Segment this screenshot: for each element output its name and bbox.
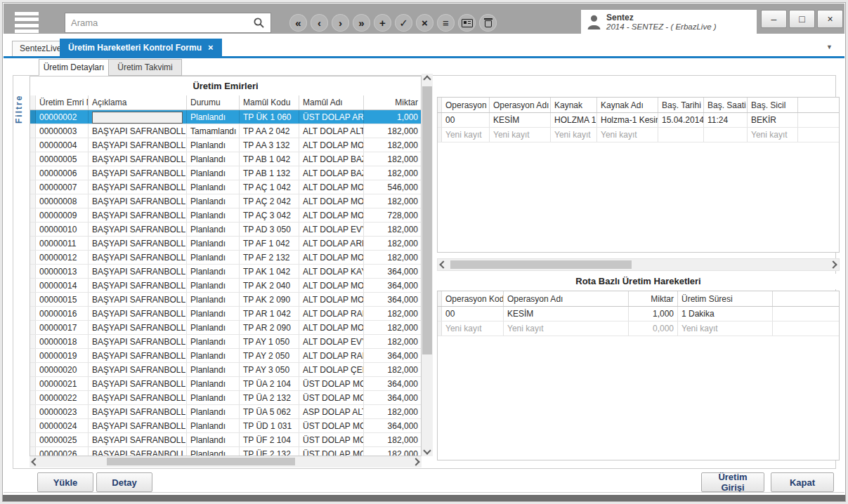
accept-button[interactable]: ✓ [395,14,412,32]
table-cell[interactable]: Planlandı [187,405,240,418]
table-cell[interactable]: ALT DOLAP MON [299,208,364,222]
table-cell[interactable]: ALT DOLAP KAYIT [299,265,364,278]
table-cell[interactable]: 1 Dakika [678,307,773,321]
table-cell[interactable]: 182,000 [364,124,422,138]
table-row[interactable]: 00KESİM1,0001 Dakika [438,307,839,321]
table-cell[interactable] [704,128,748,142]
table-cell[interactable]: ALT DOLAP MON [299,180,364,194]
table-cell[interactable]: 182,000 [364,321,422,334]
table-cell[interactable]: 15.04.2014 [658,113,704,127]
table-cell[interactable]: BAŞYAPI SAFRANBOLL [89,251,187,264]
table-row[interactable]: 00000017BAŞYAPI SAFRANBOLLPlanlandıTP AR… [30,321,421,335]
search-input[interactable] [65,18,253,28]
table-row[interactable]: 00000020BAŞYAPI SAFRANBOLLPlanlandıTP AY… [30,363,421,377]
table-cell[interactable]: BAŞYAPI SAFRANBOLL [89,237,187,250]
table-cell[interactable]: 728,000 [364,208,422,222]
search-icon[interactable] [253,17,265,29]
table-cell[interactable]: TP AY 1 050 [240,335,299,348]
table-row[interactable]: 00000007BAŞYAPI SAFRANBOLLPlanlandıTP AÇ… [30,180,421,194]
table-cell[interactable]: 11:24 [704,113,748,127]
table-cell[interactable]: 364,000 [364,377,422,390]
table-cell[interactable]: BAŞYAPI SAFRANBOLL [89,419,187,432]
table-cell[interactable]: BAŞYAPI SAFRANBOLL [89,349,187,362]
table-cell[interactable]: TP AY 3 050 [240,363,299,376]
table-cell[interactable]: BAŞYAPI SAFRANBOLL [89,293,187,306]
table-cell[interactable]: 00 [442,113,490,127]
table-cell[interactable]: TP AÇ 2 042 [240,194,299,208]
scroll-right-button[interactable] [410,456,422,467]
scrollbar-thumb[interactable] [107,458,295,465]
table-cell[interactable]: TP ÜF 2 132 [240,447,299,456]
table-cell[interactable]: 182,000 [364,363,422,376]
table-cell[interactable]: TP AB 1 042 [240,152,299,166]
table-cell[interactable]: Planlandı [187,265,240,278]
table-row[interactable]: 00000015BAŞYAPI SAFRANBOLLPlanlandıTP AK… [30,293,421,307]
table-cell[interactable]: ALT DOLAP MON [299,251,364,264]
scroll-up-button[interactable] [422,74,433,85]
table-cell[interactable]: Tamamlandı [187,124,240,138]
table-cell[interactable]: 364,000 [364,293,422,306]
table-cell[interactable]: 00000014 [36,279,89,292]
table-row[interactable]: 00000014BAŞYAPI SAFRANBOLLPlanlandıTP AK… [30,279,421,293]
table-row[interactable]: 00000025BAŞYAPI SAFRANBOLLPlanlandıTP ÜF… [30,433,421,447]
table-cell[interactable]: TP ÜA 5 062 [240,405,299,418]
table-cell[interactable]: BAŞYAPI SAFRANBOLL [89,321,187,334]
column-header[interactable]: Durumu [187,95,240,110]
column-header[interactable]: Mamûl Adı [299,95,364,110]
table-row[interactable]: 00000008BAŞYAPI SAFRANBOLLPlanlandıTP AÇ… [30,194,421,208]
table-cell[interactable]: ALT DOLAP MON [299,293,364,306]
table-cell[interactable]: BEKİR [748,113,798,127]
table-cell[interactable]: 0,000 [629,321,678,336]
table-row[interactable]: 00000022BAŞYAPI SAFRANBOLLPlanlandıTP ÜA… [30,391,421,405]
column-header[interactable]: Miktar [629,291,678,306]
table-cell[interactable]: Planlandı [187,152,240,166]
table-cell[interactable]: BAŞYAPI SAFRANBOLL [89,180,187,194]
column-header[interactable]: Kaynak [551,98,597,112]
table-cell[interactable]: 182,000 [364,251,422,264]
table-cell[interactable]: ASP DOLAP ALT T [299,405,364,418]
table-cell[interactable]: Planlandı [187,433,240,446]
table-cell[interactable]: KESİM [490,113,551,127]
minimize-button[interactable]: – [761,10,787,28]
table-cell[interactable]: BAŞYAPI SAFRANBOLL [89,391,187,404]
table-cell[interactable]: TP AA 2 042 [240,124,299,138]
table-cell[interactable]: 00000017 [36,321,89,334]
table-cell[interactable]: 182,000 [364,223,422,236]
table-cell[interactable]: Yeni kayıt [748,128,798,142]
table-cell[interactable]: 182,000 [364,138,422,152]
table-cell[interactable]: Planlandı [187,293,240,306]
table-cell[interactable]: 00000002 [36,110,89,124]
orders-vertical-scrollbar[interactable] [422,74,433,456]
column-header[interactable]: Operasyon Kodu [442,291,504,306]
table-cell[interactable]: BAŞYAPI SAFRANBOLL [89,363,187,376]
table-row[interactable]: 00000021BAŞYAPI SAFRANBOLLPlanlandıTP ÜA… [30,377,421,391]
delete-button[interactable] [479,14,497,32]
tab-close-icon[interactable]: × [208,39,214,57]
table-cell[interactable]: HOLZMA 1 [551,113,597,127]
kapat-button[interactable]: Kapat [771,472,834,492]
table-cell[interactable]: TP ÜA 2 104 [240,377,299,390]
table-cell[interactable]: ALT DOLAP EVYE- [299,223,364,236]
table-cell[interactable]: Planlandı [187,223,240,236]
table-row[interactable]: 00000016BAŞYAPI SAFRANBOLLPlanlandıTP AR… [30,307,421,321]
close-button[interactable]: × [817,10,843,28]
table-cell[interactable]: Planlandı [187,138,240,152]
table-cell[interactable]: TP AK 2 090 [240,293,299,306]
table-cell[interactable]: Planlandı [187,110,240,124]
table-cell[interactable]: Yeni kayıt [490,128,551,142]
table-cell[interactable]: 182,000 [364,335,422,348]
table-cell[interactable]: 00000025 [36,433,89,446]
table-cell[interactable]: BAŞYAPI SAFRANBOLL [89,138,187,152]
table-cell[interactable]: Planlandı [187,321,240,334]
table-cell[interactable]: 182,000 [364,152,422,166]
subtab-uretim-takvimi[interactable]: Üretim Takvimi [108,59,182,76]
table-cell[interactable]: 00000020 [36,363,89,376]
table-cell[interactable]: ALT DOLAP BAZA [299,152,364,166]
table-cell[interactable]: Planlandı [187,279,240,292]
table-cell[interactable]: TP AR 1 042 [240,307,299,320]
table-cell[interactable]: 182,000 [364,307,422,320]
table-cell[interactable]: 1,000 [364,110,422,124]
table-cell[interactable]: Planlandı [187,194,240,208]
table-row[interactable]: 00000004BAŞYAPI SAFRANBOLLPlanlandıTP AA… [30,138,421,152]
table-cell[interactable]: ÜST DOLAP MON [299,377,364,390]
